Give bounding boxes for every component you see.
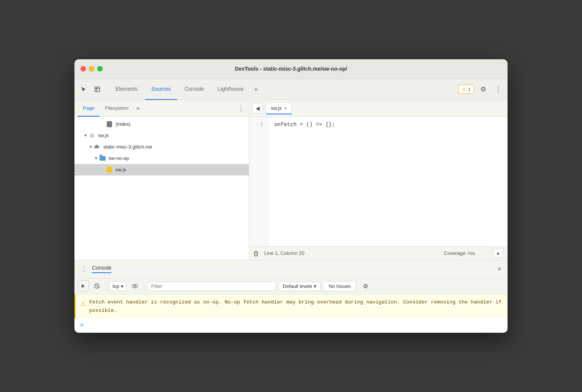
levels-selector[interactable]: Default levels ▾ <box>278 281 321 291</box>
settings-button[interactable]: ⚙ <box>477 83 489 95</box>
sidebar-menu-button[interactable]: ⋮ <box>236 103 246 114</box>
console-menu-button[interactable]: ⋮ <box>79 263 89 275</box>
divider <box>106 282 106 290</box>
run-button[interactable] <box>77 280 89 292</box>
divider <box>144 282 144 290</box>
tab-sources[interactable]: Sources <box>145 79 177 100</box>
inspect-icon[interactable] <box>91 83 103 95</box>
file-name: sw-no-op <box>109 155 129 161</box>
console-area: ⋮ Console × top ▾ <box>74 260 508 333</box>
svg-point-7 <box>134 285 136 287</box>
window-title: DevTools - static-misc-3.glitch.me/sw-no… <box>235 66 347 72</box>
tab-console[interactable]: Console <box>179 79 210 100</box>
code-body: 1 onfetch = () => {}; <box>249 117 508 246</box>
gear-icon: ⚙ <box>363 283 368 290</box>
tab-page[interactable]: Page <box>77 100 100 117</box>
file-name: sw.js <box>98 133 109 138</box>
close-icon: × <box>497 265 501 273</box>
line-numbers: 1 <box>249 117 268 246</box>
tabbar-icons <box>77 83 103 95</box>
main-tabbar: Elements Sources Console Lighthouse » ⚠ … <box>74 79 508 100</box>
dropdown-arrow-icon: ▾ <box>121 283 123 289</box>
editor-tab-swjs[interactable]: sw.js × <box>266 103 292 114</box>
code-editor: ◀ sw.js × 1 onfetch = () => {}; {} Line … <box>249 100 508 260</box>
tab-filesystem[interactable]: Filesystem <box>100 100 134 117</box>
console-header: ⋮ Console × <box>74 260 508 278</box>
gear-icon: ⚙ <box>480 85 486 93</box>
console-close-button[interactable]: × <box>496 264 503 275</box>
scroll-up-button[interactable]: ▲ <box>493 248 503 258</box>
svg-marker-3 <box>82 284 85 288</box>
prompt-arrow-icon: > <box>80 322 84 329</box>
line-number: 1 <box>254 122 263 128</box>
filter-input[interactable] <box>147 281 276 291</box>
list-item[interactable]: ▼ sw-no-op <box>74 153 249 164</box>
warning-count: 1 <box>468 87 471 92</box>
tab-lighthouse[interactable]: Lighthouse <box>212 79 250 100</box>
levels-arrow-icon: ▾ <box>314 283 316 289</box>
warning-text: Fetch event handler is recognized as no-… <box>89 298 503 315</box>
cursor-position: Line 1, Column 20 <box>264 250 305 256</box>
menu-icon: ⋮ <box>81 265 87 273</box>
console-messages: ⚠ Fetch event handler is recognized as n… <box>74 294 508 333</box>
console-title: Console <box>92 265 111 273</box>
warning-badge[interactable]: ⚠ 1 <box>458 85 474 94</box>
maximize-button[interactable] <box>97 66 103 71</box>
context-label: top <box>112 283 119 289</box>
tabbar-right: ⚠ 1 ⚙ ⋮ <box>458 83 505 95</box>
format-icon[interactable]: {} <box>254 250 258 256</box>
svg-point-6 <box>132 285 138 288</box>
arrow-icon: ▼ <box>83 133 88 138</box>
list-item[interactable]: sw.js <box>74 164 249 175</box>
sidebar-toggle-button[interactable]: ◀ <box>252 103 263 114</box>
titlebar: DevTools - static-misc-3.glitch.me/sw-no… <box>74 59 508 79</box>
console-settings-button[interactable]: ⚙ <box>360 281 371 291</box>
close-button[interactable] <box>81 66 86 71</box>
menu-icon: ⋮ <box>495 85 502 93</box>
code-content[interactable]: onfetch = () => {}; <box>268 117 341 246</box>
list-item[interactable]: (index) <box>74 119 249 130</box>
folder-icon <box>99 155 106 162</box>
more-tabs-button[interactable]: » <box>251 84 261 94</box>
minimize-button[interactable] <box>89 66 94 71</box>
file-name: static-misc-3.glitch.me <box>103 144 152 150</box>
svg-rect-0 <box>95 87 100 92</box>
file-doc-icon <box>106 120 113 128</box>
console-prompt[interactable]: > <box>74 318 508 333</box>
tab-filename: sw.js <box>271 105 282 111</box>
context-selector[interactable]: top ▾ <box>109 281 127 291</box>
file-tree: (index) ▼ ⚙ sw.js ▼ <box>74 117 249 260</box>
sources-sidebar: Page Filesystem » ⋮ (index) <box>74 100 249 260</box>
arrow-icon: ▼ <box>93 156 99 160</box>
file-js-gear-icon: ⚙ <box>88 132 96 139</box>
levels-label: Default levels <box>283 283 312 289</box>
cursor-icon[interactable] <box>77 83 90 95</box>
menu-button[interactable]: ⋮ <box>492 83 505 95</box>
editor-statusbar: {} Line 1, Column 20 Coverage: n/a ▲ <box>249 246 508 260</box>
block-button[interactable] <box>91 280 103 292</box>
sidebar-more-button[interactable]: » <box>134 103 142 113</box>
list-item[interactable]: ▼ ⚙ sw.js <box>74 130 249 141</box>
devtools-window: DevTools - static-misc-3.glitch.me/sw-no… <box>74 59 508 333</box>
traffic-lights <box>81 66 103 71</box>
sidebar-tabs: Page Filesystem » ⋮ <box>74 100 249 117</box>
coverage-status: Coverage: n/a <box>444 250 475 256</box>
no-issues-button[interactable]: No Issues <box>323 281 356 291</box>
svg-line-5 <box>95 285 99 288</box>
file-name: (index) <box>115 121 131 127</box>
tab-elements[interactable]: Elements <box>109 79 144 100</box>
main-content: Page Filesystem » ⋮ (index) <box>74 100 508 260</box>
cloud-icon <box>93 143 101 151</box>
console-warning-message: ⚠ Fetch event handler is recognized as n… <box>74 294 508 318</box>
tab-close-icon[interactable]: × <box>284 105 287 111</box>
arrow-icon: ▼ <box>88 145 93 149</box>
editor-tabs: ◀ sw.js × <box>249 100 508 117</box>
warning-icon: ⚠ <box>80 299 85 309</box>
eye-button[interactable] <box>129 280 141 292</box>
file-js-icon <box>106 166 113 174</box>
file-name: sw.js <box>115 167 126 172</box>
console-toolbar: top ▾ Default levels ▾ No Issues ⚙ <box>74 278 508 294</box>
list-item[interactable]: ▼ static-misc-3.glitch.me <box>74 141 249 153</box>
warning-icon: ⚠ <box>462 86 467 92</box>
